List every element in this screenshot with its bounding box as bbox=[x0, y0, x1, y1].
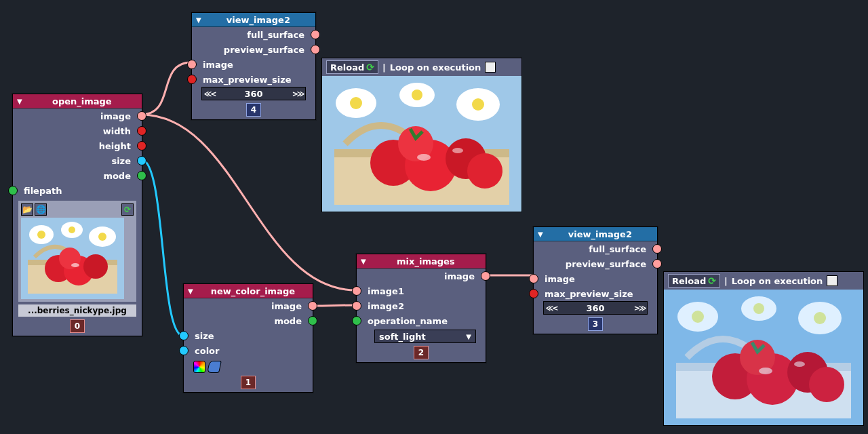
refresh-icon: ⟳ bbox=[708, 275, 716, 286]
port-label: image2 bbox=[368, 301, 404, 311]
svg-point-18 bbox=[412, 90, 422, 100]
collapse-icon[interactable]: ▼ bbox=[188, 288, 193, 295]
loop-label: Loop on execution bbox=[732, 276, 823, 286]
collapse-icon[interactable]: ▼ bbox=[17, 98, 22, 105]
port-label: max_preview_size bbox=[203, 75, 292, 85]
collapse-icon[interactable]: ▼ bbox=[196, 16, 201, 24]
input-port-color[interactable] bbox=[179, 346, 189, 355]
svg-point-4 bbox=[68, 226, 75, 233]
stepper-decr[interactable]: ≪< bbox=[202, 90, 217, 98]
node-new-color-image[interactable]: ▼new_color_image image mode size color 1 bbox=[183, 283, 313, 393]
collapse-icon[interactable]: ▼ bbox=[361, 258, 366, 265]
node-view-image2-right[interactable]: ▼view_image2 full_surface preview_surfac… bbox=[533, 226, 658, 334]
input-port-opname[interactable] bbox=[352, 316, 361, 326]
preview-toolbar: Reload⟳ | Loop on execution bbox=[664, 272, 863, 290]
node-header[interactable]: ▼open_image bbox=[13, 94, 142, 108]
thumbnail-image bbox=[21, 218, 124, 299]
port-label: mode bbox=[274, 316, 302, 326]
stepper-value[interactable]: 360 bbox=[559, 303, 632, 313]
preview-toolbar: Reload⟳ | Loop on execution bbox=[322, 58, 521, 76]
node-mix-images[interactable]: ▼mix_images image image1 image2 operatio… bbox=[356, 254, 486, 363]
color-picker-icon[interactable] bbox=[193, 361, 205, 373]
output-port-image[interactable] bbox=[137, 111, 146, 121]
refresh-icon: ⟳ bbox=[366, 62, 374, 73]
stepper-value[interactable]: 360 bbox=[217, 89, 290, 99]
port-label: image bbox=[100, 111, 131, 121]
current-color-swatch[interactable] bbox=[207, 361, 222, 373]
reload-label: Reload bbox=[330, 62, 364, 73]
input-port-image1[interactable] bbox=[352, 286, 361, 296]
svg-point-16 bbox=[350, 97, 362, 109]
preview-image bbox=[664, 290, 863, 425]
node-title: new_color_image bbox=[197, 286, 309, 296]
port-label: image bbox=[545, 274, 575, 284]
input-port-maxsize[interactable] bbox=[529, 289, 538, 298]
node-title: view_image2 bbox=[205, 15, 311, 25]
port-label: image bbox=[271, 301, 302, 311]
svg-point-43 bbox=[809, 367, 844, 402]
number-stepper[interactable]: ≪<360>≫ bbox=[201, 87, 306, 100]
input-port-image2[interactable] bbox=[352, 301, 361, 311]
node-header[interactable]: ▼mix_images bbox=[357, 254, 486, 269]
output-port-image[interactable] bbox=[481, 271, 490, 281]
node-index-badge: 0 bbox=[70, 319, 85, 333]
number-stepper[interactable]: ≪<360>≫ bbox=[543, 301, 648, 315]
output-port[interactable] bbox=[652, 259, 662, 269]
port-label: size bbox=[111, 156, 131, 166]
svg-point-11 bbox=[83, 254, 108, 279]
port-label: size bbox=[195, 331, 214, 341]
stepper-incr[interactable]: >≫ bbox=[290, 90, 305, 98]
svg-point-36 bbox=[814, 312, 826, 324]
node-header[interactable]: ▼view_image2 bbox=[192, 13, 315, 27]
port-label: image1 bbox=[368, 286, 404, 296]
globe-icon[interactable]: 🌐 bbox=[35, 203, 47, 216]
node-title: open_image bbox=[26, 96, 138, 106]
collapse-icon[interactable]: ▼ bbox=[538, 231, 543, 238]
port-label: preview_surface bbox=[224, 45, 304, 55]
input-port-filepath[interactable] bbox=[8, 186, 18, 195]
svg-point-34 bbox=[753, 303, 764, 314]
operation-dropdown[interactable]: soft_light▼ bbox=[374, 330, 476, 343]
output-port[interactable] bbox=[652, 244, 662, 254]
svg-point-32 bbox=[692, 311, 704, 323]
stepper-incr[interactable]: >≫ bbox=[632, 304, 647, 313]
separator: | bbox=[724, 276, 728, 286]
preview-panel-right[interactable]: Reload⟳ | Loop on execution bbox=[663, 271, 864, 426]
input-port-maxsize[interactable] bbox=[187, 75, 197, 84]
loop-checkbox[interactable] bbox=[485, 62, 496, 73]
reload-button[interactable]: Reload⟳ bbox=[326, 60, 378, 74]
input-port-image[interactable] bbox=[529, 274, 538, 283]
output-port-mode[interactable] bbox=[137, 171, 146, 180]
node-view-image2-top[interactable]: ▼view_image2 full_surface preview_surfac… bbox=[191, 12, 316, 120]
output-port-size[interactable] bbox=[137, 156, 146, 165]
loop-label: Loop on execution bbox=[390, 62, 481, 73]
dropdown-value: soft_light bbox=[379, 332, 426, 342]
output-port-width[interactable] bbox=[137, 126, 146, 136]
input-port-size[interactable] bbox=[179, 331, 189, 340]
node-graph-canvas[interactable]: { "nodes": { "open_image": { "title": "o… bbox=[0, 0, 868, 434]
node-index-badge: 2 bbox=[414, 346, 429, 359]
reload-button[interactable]: Reload⟳ bbox=[668, 274, 720, 288]
output-port[interactable] bbox=[311, 45, 320, 54]
output-port-mode[interactable] bbox=[308, 316, 317, 326]
output-port-image[interactable] bbox=[308, 301, 317, 311]
port-label: max_preview_size bbox=[545, 289, 633, 299]
stepper-decr[interactable]: ≪< bbox=[544, 304, 559, 313]
loop-checkbox[interactable] bbox=[827, 275, 837, 286]
node-header[interactable]: ▼view_image2 bbox=[534, 227, 657, 241]
refresh-icon[interactable]: ⟳ bbox=[121, 203, 134, 216]
input-port-image[interactable] bbox=[187, 60, 197, 69]
node-header[interactable]: ▼new_color_image bbox=[184, 284, 313, 298]
preview-panel-top[interactable]: Reload⟳ | Loop on execution bbox=[321, 58, 522, 212]
separator: | bbox=[382, 62, 386, 73]
output-port-height[interactable] bbox=[137, 141, 146, 151]
color-swatches bbox=[193, 361, 313, 373]
output-port[interactable] bbox=[311, 30, 320, 39]
folder-open-icon[interactable]: 📂 bbox=[21, 203, 33, 216]
svg-point-13 bbox=[71, 263, 79, 267]
node-open-image[interactable]: ▼open_image image width height size mode… bbox=[12, 94, 142, 336]
node-title: mix_images bbox=[370, 256, 481, 267]
port-label: filepath bbox=[24, 186, 62, 196]
svg-point-28 bbox=[417, 154, 431, 161]
node-index-badge: 1 bbox=[241, 376, 256, 389]
